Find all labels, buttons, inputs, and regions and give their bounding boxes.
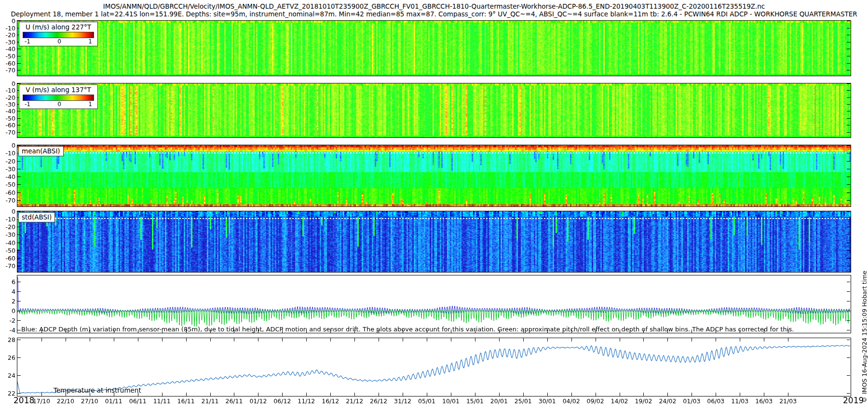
cbar-tick-label: 0 [57,38,61,45]
x-tick-mark [306,393,307,396]
figure-subtitle: Deployment 18, member 1 lat=22.41S lon=1… [0,10,868,18]
x-tick-label: 26/12 [365,397,392,405]
y-tick-mark [17,63,21,64]
y-tick-label: -4 [1,327,15,333]
x-tick-label: 20/01 [486,397,513,405]
x-tick-mark [66,338,66,342]
y-tick-mark [17,250,21,251]
y-tick-mark [847,90,850,91]
std-absi-label: std(ABSI) [18,212,55,222]
x-tick-mark [451,393,451,396]
y-tick-mark [847,169,850,169]
y-tick-mark [847,311,850,311]
y-tick-label: -10 [1,150,15,156]
x-tick-mark [258,338,258,342]
panel-depth-variation: Blue: ADCP Depth (m) variation from sens… [17,275,851,333]
x-tick-mark [547,393,548,396]
v-velocity-heatmap [17,83,851,137]
x-tick-mark [41,338,42,342]
x-tick-label: 06/11 [124,397,151,405]
y-tick-mark [17,282,21,282]
x-tick-label: 14/02 [606,397,633,405]
x-tick-mark [667,338,668,342]
x-tick-label: 15/01 [461,397,488,405]
y-tick-mark [847,250,850,251]
cbar-tick-label: 0 [57,101,61,108]
y-tick-label: 22 [1,390,15,396]
x-tick-mark [162,393,163,396]
y-tick-label: -20 [1,224,15,230]
y-tick-mark [847,145,850,146]
x-tick-label: 11/12 [293,397,320,405]
y-tick-label: -40 [1,108,15,114]
panel-temperature: Temperature at instrument [17,338,851,396]
y-tick-label: -20 [1,158,15,164]
y-tick-label: 24 [1,372,15,379]
x-tick-mark [427,338,427,342]
cbar-tick-label: 1 [88,38,92,45]
x-tick-mark [354,338,355,342]
y-tick-mark [847,63,850,64]
y-tick-label: -40 [1,240,15,246]
x-tick-mark [499,393,500,396]
y-tick-label: -10 [1,87,15,94]
y-tick-mark [847,104,850,105]
x-tick-mark [186,393,187,396]
x-tick-mark [234,338,234,342]
x-tick-mark [571,338,572,342]
y-tick-mark [847,118,850,119]
y-tick-mark [17,375,21,376]
x-tick-label: 22/10 [52,397,79,405]
x-tick-label: 17/10 [28,397,55,405]
y-tick-mark [847,200,850,201]
y-tick-label: 0 [1,18,15,24]
y-tick-mark [17,184,21,185]
x-tick-mark [258,393,258,396]
x-tick-label: 06/03 [702,397,729,405]
x-tick-mark [354,393,355,396]
x-tick-label: 16/03 [750,397,777,405]
y-tick-label: -60 [1,60,15,67]
y-tick-mark [17,161,21,162]
y-tick-mark [17,169,21,169]
y-tick-label: -60 [1,255,15,261]
figure-title: IMOS/ANMN/QLD/GBRCCH/Velocity/IMOS_ANMN-… [0,2,868,10]
y-tick-mark [847,320,850,321]
x-tick-mark [716,338,716,342]
temperature-plot [17,338,851,396]
x-tick-mark [379,393,379,396]
panel-std-absi: std(ABSI) [17,211,851,273]
x-tick-mark [475,393,475,396]
adcp-figure: IMOS/ANMN/QLD/GBRCCH/Velocity/IMOS_ANMN-… [0,0,868,410]
v-legend-title: V (m/s) along 137°T [23,86,94,94]
v-colorbar-legend: V (m/s) along 137°T -1 0 1 [19,84,98,109]
y-tick-label: -20 [1,32,15,38]
y-tick-mark [17,70,21,70]
x-tick-mark [114,338,114,342]
y-tick-mark [17,200,21,201]
x-tick-label: 24/02 [654,397,681,405]
x-tick-mark [186,338,187,342]
x-tick-mark [162,338,163,342]
x-tick-mark [764,393,764,396]
x-tick-mark [643,338,644,342]
x-tick-mark [523,338,524,342]
y-tick-mark [847,70,850,70]
y-tick-mark [847,393,850,394]
x-tick-label: 16/12 [317,397,344,405]
y-tick-mark [17,56,21,56]
x-tick-label: 21/03 [774,397,801,405]
y-tick-mark [847,266,850,266]
y-tick-mark [847,83,850,84]
y-tick-mark [847,125,850,125]
x-tick-mark [620,338,620,342]
x-tick-mark [692,393,692,396]
depth-variation-annotation: Blue: ADCP Depth (m) variation from sens… [21,326,794,333]
std-absi-heatmap [17,211,851,272]
x-tick-mark [210,393,211,396]
x-tick-mark [547,338,548,342]
x-tick-label: 11/11 [149,397,176,405]
u-legend-title: U (m/s) along 227°T [23,23,94,31]
x-tick-label: 01/03 [678,397,705,405]
y-tick-mark [847,357,850,358]
